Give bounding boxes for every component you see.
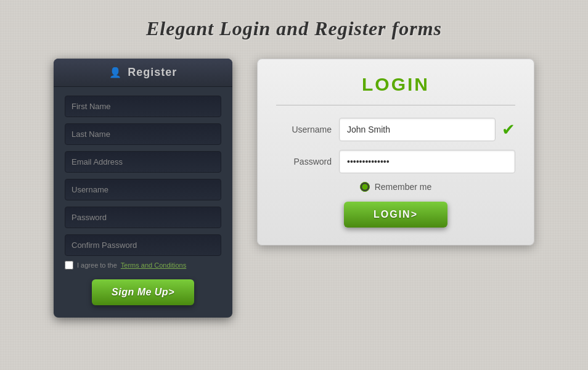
- login-divider: [276, 105, 515, 105]
- terms-checkbox[interactable]: [65, 261, 73, 269]
- username-label: Username: [276, 125, 332, 134]
- remember-label: Remember me: [375, 182, 432, 192]
- username-input-reg[interactable]: [65, 179, 221, 200]
- register-panel: 👤 Register I agree to the Terms and Cond…: [54, 59, 232, 318]
- username-input[interactable]: [339, 118, 496, 141]
- last-name-input[interactable]: [65, 123, 221, 145]
- sign-up-button[interactable]: Sign Me Up>: [92, 279, 194, 305]
- email-input[interactable]: [65, 151, 221, 173]
- forms-container: 👤 Register I agree to the Terms and Cond…: [54, 59, 534, 318]
- login-button[interactable]: LOGIN>: [344, 202, 447, 228]
- terms-text: I agree to the: [77, 261, 117, 269]
- remember-radio[interactable]: [360, 182, 370, 192]
- username-row: Username ✔: [276, 118, 515, 141]
- register-fields: [54, 87, 232, 256]
- confirm-password-input[interactable]: [65, 234, 221, 256]
- password-row: Password: [276, 150, 515, 173]
- terms-link[interactable]: Terms and Conditions: [121, 261, 186, 269]
- register-user-icon: 👤: [109, 67, 121, 78]
- terms-row: I agree to the Terms and Conditions: [54, 256, 232, 269]
- login-title: LOGIN: [276, 74, 515, 95]
- username-input-wrapper: ✔: [339, 118, 515, 141]
- checkmark-icon: ✔: [502, 120, 515, 139]
- first-name-input[interactable]: [65, 96, 221, 117]
- page-title: Elegant Login and Register forms: [146, 17, 442, 40]
- register-header: 👤 Register: [54, 59, 232, 87]
- password-input[interactable]: [339, 150, 515, 173]
- login-panel: LOGIN Username ✔ Password Remember me LO…: [257, 59, 534, 245]
- register-title: Register: [128, 66, 177, 78]
- remember-row: Remember me: [276, 182, 515, 192]
- password-input-reg[interactable]: [65, 207, 221, 228]
- password-label: Password: [276, 157, 332, 166]
- password-input-wrapper: [339, 150, 515, 173]
